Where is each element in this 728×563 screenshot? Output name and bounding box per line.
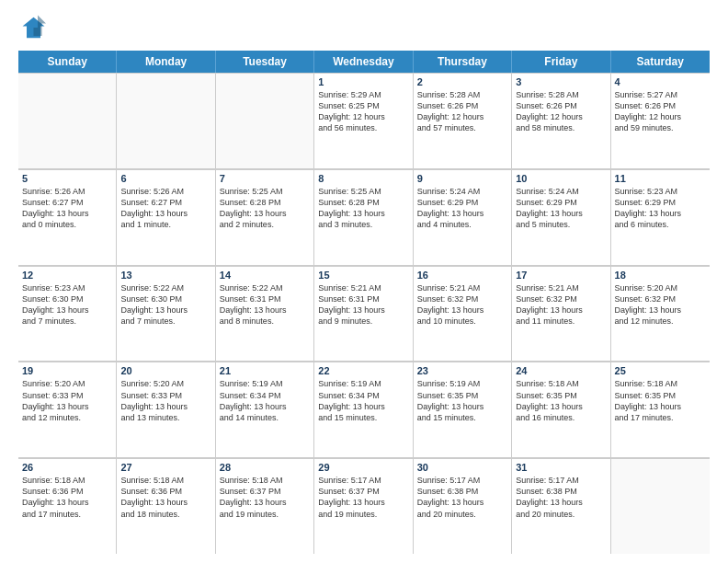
calendar-cell: 17Sunrise: 5:21 AM Sunset: 6:32 PM Dayli…: [512, 266, 610, 362]
calendar-cell: 30Sunrise: 5:17 AM Sunset: 6:38 PM Dayli…: [414, 458, 512, 554]
day-number: 24: [516, 365, 606, 376]
calendar-body: 1Sunrise: 5:29 AM Sunset: 6:25 PM Daylig…: [18, 73, 710, 554]
calendar-week-2: 5Sunrise: 5:26 AM Sunset: 6:27 PM Daylig…: [18, 169, 710, 266]
calendar-cell: 21Sunrise: 5:19 AM Sunset: 6:34 PM Dayli…: [216, 362, 314, 457]
day-number: 18: [615, 270, 706, 281]
calendar-cell: 6Sunrise: 5:26 AM Sunset: 6:27 PM Daylig…: [117, 169, 215, 265]
calendar-cell: 8Sunrise: 5:25 AM Sunset: 6:28 PM Daylig…: [314, 169, 413, 265]
calendar-cell: 12Sunrise: 5:23 AM Sunset: 6:30 PM Dayli…: [18, 266, 117, 362]
day-info: Sunrise: 5:19 AM Sunset: 6:34 PM Dayligh…: [220, 378, 310, 423]
day-info: Sunrise: 5:23 AM Sunset: 6:29 PM Dayligh…: [615, 186, 706, 231]
day-info: Sunrise: 5:18 AM Sunset: 6:36 PM Dayligh…: [120, 475, 210, 520]
day-number: 9: [417, 173, 507, 184]
day-number: 4: [615, 76, 706, 87]
calendar-cell: 5Sunrise: 5:26 AM Sunset: 6:27 PM Daylig…: [18, 169, 117, 265]
calendar-cell: 3Sunrise: 5:28 AM Sunset: 6:26 PM Daylig…: [512, 73, 610, 168]
calendar-week-1: 1Sunrise: 5:29 AM Sunset: 6:25 PM Daylig…: [18, 73, 710, 169]
day-number: 15: [318, 270, 408, 281]
calendar-cell: 2Sunrise: 5:28 AM Sunset: 6:26 PM Daylig…: [414, 73, 512, 168]
day-info: Sunrise: 5:17 AM Sunset: 6:37 PM Dayligh…: [318, 475, 408, 520]
calendar-cell: 31Sunrise: 5:17 AM Sunset: 6:38 PM Dayli…: [512, 458, 610, 554]
day-number: 2: [417, 76, 507, 87]
day-number: 29: [318, 462, 408, 473]
day-number: 20: [120, 365, 210, 376]
day-of-week-wednesday: Wednesday: [314, 51, 413, 73]
day-info: Sunrise: 5:21 AM Sunset: 6:32 PM Dayligh…: [516, 282, 606, 327]
day-info: Sunrise: 5:28 AM Sunset: 6:26 PM Dayligh…: [516, 89, 606, 134]
day-of-week-monday: Monday: [117, 51, 215, 73]
calendar-cell: 23Sunrise: 5:19 AM Sunset: 6:35 PM Dayli…: [414, 362, 512, 457]
day-info: Sunrise: 5:25 AM Sunset: 6:28 PM Dayligh…: [318, 186, 408, 231]
day-number: 31: [516, 462, 606, 473]
calendar-cell: 26Sunrise: 5:18 AM Sunset: 6:36 PM Dayli…: [18, 458, 117, 554]
day-number: 3: [516, 76, 606, 87]
day-number: 13: [120, 270, 210, 281]
day-info: Sunrise: 5:22 AM Sunset: 6:30 PM Dayligh…: [120, 282, 210, 327]
calendar-cell: [611, 458, 710, 554]
day-info: Sunrise: 5:17 AM Sunset: 6:38 PM Dayligh…: [516, 475, 606, 520]
day-of-week-friday: Friday: [512, 51, 610, 73]
calendar-week-3: 12Sunrise: 5:23 AM Sunset: 6:30 PM Dayli…: [18, 266, 710, 362]
day-info: Sunrise: 5:20 AM Sunset: 6:33 PM Dayligh…: [22, 378, 112, 423]
day-info: Sunrise: 5:20 AM Sunset: 6:33 PM Dayligh…: [120, 378, 210, 423]
calendar-cell: 19Sunrise: 5:20 AM Sunset: 6:33 PM Dayli…: [18, 362, 117, 457]
day-of-week-thursday: Thursday: [414, 51, 512, 73]
day-number: 5: [22, 173, 112, 184]
day-of-week-saturday: Saturday: [611, 51, 710, 73]
calendar-cell: 24Sunrise: 5:18 AM Sunset: 6:35 PM Dayli…: [512, 362, 610, 457]
day-number: 10: [516, 173, 606, 184]
calendar-cell: 20Sunrise: 5:20 AM Sunset: 6:33 PM Dayli…: [117, 362, 215, 457]
day-number: 25: [615, 365, 706, 376]
calendar-cell: [117, 73, 215, 168]
calendar-cell: 27Sunrise: 5:18 AM Sunset: 6:36 PM Dayli…: [117, 458, 215, 554]
day-number: 23: [417, 365, 507, 376]
day-number: 14: [220, 270, 310, 281]
calendar-week-4: 19Sunrise: 5:20 AM Sunset: 6:33 PM Dayli…: [18, 362, 710, 458]
calendar-cell: [18, 73, 117, 168]
day-info: Sunrise: 5:25 AM Sunset: 6:28 PM Dayligh…: [220, 186, 310, 231]
day-info: Sunrise: 5:18 AM Sunset: 6:35 PM Dayligh…: [516, 378, 606, 423]
header: [18, 14, 710, 41]
day-info: Sunrise: 5:18 AM Sunset: 6:37 PM Dayligh…: [220, 475, 310, 520]
calendar-cell: 14Sunrise: 5:22 AM Sunset: 6:31 PM Dayli…: [216, 266, 314, 362]
day-info: Sunrise: 5:23 AM Sunset: 6:30 PM Dayligh…: [22, 282, 112, 327]
day-of-week-tuesday: Tuesday: [216, 51, 314, 73]
day-info: Sunrise: 5:19 AM Sunset: 6:34 PM Dayligh…: [318, 378, 408, 423]
calendar-cell: 11Sunrise: 5:23 AM Sunset: 6:29 PM Dayli…: [611, 169, 710, 265]
calendar-cell: 22Sunrise: 5:19 AM Sunset: 6:34 PM Dayli…: [314, 362, 413, 457]
day-info: Sunrise: 5:28 AM Sunset: 6:26 PM Dayligh…: [417, 89, 507, 134]
day-info: Sunrise: 5:29 AM Sunset: 6:25 PM Dayligh…: [318, 89, 408, 134]
calendar-week-5: 26Sunrise: 5:18 AM Sunset: 6:36 PM Dayli…: [18, 458, 710, 554]
day-number: 22: [318, 365, 408, 376]
calendar-cell: 29Sunrise: 5:17 AM Sunset: 6:37 PM Dayli…: [314, 458, 413, 554]
day-number: 12: [22, 270, 112, 281]
day-info: Sunrise: 5:18 AM Sunset: 6:35 PM Dayligh…: [615, 378, 706, 423]
calendar-header: SundayMondayTuesdayWednesdayThursdayFrid…: [18, 51, 710, 73]
calendar-cell: 16Sunrise: 5:21 AM Sunset: 6:32 PM Dayli…: [414, 266, 512, 362]
day-info: Sunrise: 5:26 AM Sunset: 6:27 PM Dayligh…: [120, 186, 210, 231]
calendar-cell: 9Sunrise: 5:24 AM Sunset: 6:29 PM Daylig…: [414, 169, 512, 265]
calendar-cell: 1Sunrise: 5:29 AM Sunset: 6:25 PM Daylig…: [314, 73, 413, 168]
day-number: 16: [417, 270, 507, 281]
day-info: Sunrise: 5:20 AM Sunset: 6:32 PM Dayligh…: [615, 282, 706, 327]
day-number: 28: [220, 462, 310, 473]
calendar-cell: 18Sunrise: 5:20 AM Sunset: 6:32 PM Dayli…: [611, 266, 710, 362]
day-number: 7: [220, 173, 310, 184]
day-number: 21: [220, 365, 310, 376]
logo-icon: [18, 14, 46, 41]
calendar-cell: 4Sunrise: 5:27 AM Sunset: 6:26 PM Daylig…: [611, 73, 710, 168]
day-number: 27: [120, 462, 210, 473]
day-info: Sunrise: 5:27 AM Sunset: 6:26 PM Dayligh…: [615, 89, 706, 134]
calendar-cell: 28Sunrise: 5:18 AM Sunset: 6:37 PM Dayli…: [216, 458, 314, 554]
day-number: 17: [516, 270, 606, 281]
day-number: 8: [318, 173, 408, 184]
day-info: Sunrise: 5:21 AM Sunset: 6:31 PM Dayligh…: [318, 282, 408, 327]
calendar-cell: 25Sunrise: 5:18 AM Sunset: 6:35 PM Dayli…: [611, 362, 710, 457]
calendar-cell: 13Sunrise: 5:22 AM Sunset: 6:30 PM Dayli…: [117, 266, 215, 362]
day-number: 1: [318, 76, 408, 87]
day-info: Sunrise: 5:22 AM Sunset: 6:31 PM Dayligh…: [220, 282, 310, 327]
day-number: 26: [22, 462, 112, 473]
day-number: 11: [615, 173, 706, 184]
day-info: Sunrise: 5:17 AM Sunset: 6:38 PM Dayligh…: [417, 475, 507, 520]
calendar-cell: 10Sunrise: 5:24 AM Sunset: 6:29 PM Dayli…: [512, 169, 610, 265]
